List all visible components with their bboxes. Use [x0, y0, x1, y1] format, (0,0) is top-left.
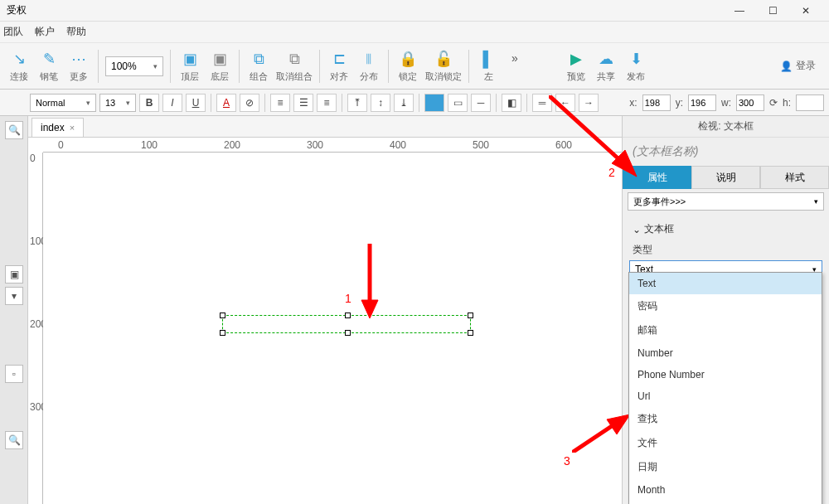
bold-button[interactable]: B: [139, 94, 159, 112]
svg-line-2: [549, 95, 623, 163]
option-month[interactable]: Month: [629, 479, 822, 501]
menu-bar: 团队 帐户 帮助: [0, 22, 829, 43]
align-icon: ⊏: [329, 49, 349, 69]
y-input[interactable]: [688, 94, 716, 111]
h-input[interactable]: [796, 94, 824, 111]
shadow-button[interactable]: ◧: [502, 94, 521, 112]
search-widgets-button[interactable]: 🔍: [5, 431, 23, 449]
option-text[interactable]: Text: [629, 273, 822, 294]
align-right-button[interactable]: ≡: [317, 94, 337, 112]
zoom-select[interactable]: 100%: [105, 56, 163, 76]
bring-front-icon: ▣: [180, 49, 200, 69]
menu-team[interactable]: 团队: [3, 25, 23, 39]
lock-icon: 🔒: [398, 49, 418, 69]
option-password[interactable]: 密码: [629, 294, 822, 318]
tab-style[interactable]: 样式: [760, 166, 829, 189]
tab-index[interactable]: index ×: [32, 118, 84, 137]
italic-button[interactable]: I: [162, 94, 182, 112]
clear-format-button[interactable]: ⊘: [240, 94, 259, 112]
option-number[interactable]: Number: [629, 342, 822, 364]
group-button[interactable]: ⧉组合: [246, 49, 271, 83]
option-file[interactable]: 文件: [629, 431, 822, 455]
minimize-button[interactable]: —: [723, 0, 756, 22]
option-phone[interactable]: Phone Number: [629, 364, 822, 385]
lock-button[interactable]: 🔒锁定: [395, 49, 420, 83]
valign-bot-button[interactable]: ⤓: [394, 94, 414, 112]
distribute-button[interactable]: ⦀分布: [356, 49, 381, 83]
selected-widget[interactable]: [222, 315, 471, 333]
option-date[interactable]: 日期: [629, 455, 822, 479]
text-color-button[interactable]: A: [216, 94, 236, 112]
left-icon: ▌: [478, 49, 498, 69]
group-icon: ⧉: [249, 49, 269, 69]
close-tab-icon[interactable]: ×: [70, 123, 75, 133]
cloud-icon: ☁: [596, 49, 616, 69]
menu-help[interactable]: 帮助: [66, 25, 86, 39]
back-button[interactable]: ▣底层: [207, 49, 232, 83]
connect-icon: ↘: [9, 49, 29, 69]
menu-account[interactable]: 帐户: [35, 25, 55, 39]
coordinates: x: y: w: ⟳ h:: [629, 94, 824, 111]
user-icon: 👤: [780, 61, 793, 72]
more-events-select[interactable]: 更多事件>>>: [628, 192, 824, 211]
annotation-number-1: 1: [345, 292, 351, 305]
inspector-tabs: 属性 说明 样式: [623, 166, 829, 189]
rotate-icon: ⟳: [769, 97, 778, 109]
unlock-button[interactable]: 🔓取消锁定: [425, 49, 462, 83]
canvas[interactable]: 1: [43, 153, 622, 504]
section-textfield[interactable]: 文本框: [623, 214, 829, 240]
fill-button[interactable]: [424, 94, 444, 112]
maximize-button[interactable]: ☐: [756, 0, 789, 22]
unlock-icon: 🔓: [434, 49, 453, 69]
title-bar: 受权 — ☐ ✕: [0, 0, 829, 22]
border-button[interactable]: ▭: [448, 94, 468, 112]
login-button[interactable]: 👤 登录: [773, 56, 822, 76]
svg-marker-5: [607, 414, 630, 434]
x-input[interactable]: [642, 94, 671, 111]
option-email[interactable]: 邮箱: [629, 318, 822, 342]
panel-collapse-1[interactable]: ▣: [5, 265, 23, 284]
search-pages-button[interactable]: 🔍: [5, 121, 23, 139]
annotation-arrow-3: [572, 414, 630, 453]
align-left-button[interactable]: ≡: [270, 94, 290, 112]
window-title: 受权: [7, 3, 723, 17]
valign-mid-button[interactable]: ↕: [371, 94, 390, 112]
tab-description[interactable]: 说明: [691, 166, 760, 189]
w-input[interactable]: [736, 94, 764, 111]
publish-button[interactable]: ⬇发布: [623, 49, 648, 83]
preview-button[interactable]: ▶预览: [564, 49, 589, 83]
option-time[interactable]: Time: [629, 501, 822, 504]
font-select[interactable]: Normal: [30, 94, 96, 112]
connect-button[interactable]: ↘连接: [7, 49, 32, 83]
svg-line-4: [572, 423, 617, 453]
align-center-button[interactable]: ☰: [293, 94, 313, 112]
more-button[interactable]: ⋯更多: [66, 49, 91, 83]
align-button[interactable]: ⊏对齐: [327, 49, 351, 83]
ungroup-button[interactable]: ⧉取消组合: [276, 49, 313, 83]
annotation-arrow-1: [358, 244, 381, 318]
toolbar-overflow[interactable]: »: [506, 49, 524, 67]
line-style-button[interactable]: ─: [471, 94, 491, 112]
size-select[interactable]: 13: [99, 94, 136, 112]
pen-button[interactable]: ✎钢笔: [36, 49, 61, 83]
left-align-button[interactable]: ▌左: [476, 49, 501, 83]
option-url[interactable]: Url: [629, 385, 822, 407]
pen-icon: ✎: [39, 49, 59, 69]
type-label: 类型: [623, 240, 829, 259]
y-label: y:: [676, 97, 683, 109]
close-button[interactable]: ✕: [789, 0, 822, 22]
front-button[interactable]: ▣顶层: [177, 49, 202, 83]
option-search[interactable]: 查找: [629, 407, 822, 431]
panel-collapse-2[interactable]: ▾: [5, 287, 23, 305]
svg-marker-1: [361, 300, 378, 318]
left-panel-strip: 🔍 ▣ ▾ ▫ 🔍: [0, 116, 28, 504]
share-button[interactable]: ☁共享: [594, 49, 618, 83]
canvas-area: index × 0 100 200 300 400 500 600 0 100 …: [28, 116, 622, 504]
main-toolbar: ↘连接 ✎钢笔 ⋯更多 100% ▣顶层 ▣底层 ⧉组合 ⧉取消组合 ⊏对齐 ⦀…: [0, 43, 829, 90]
panel-collapse-3[interactable]: ▫: [5, 365, 23, 383]
type-dropdown: Text 密码 邮箱 Number Phone Number Url 查找 文件…: [628, 272, 822, 504]
format-bar: Normal 13 B I U A ⊘ ≡ ☰ ≡ ⤒ ↕ ⤓ ▭ ─ ◧ ═ …: [0, 90, 829, 116]
valign-top-button[interactable]: ⤒: [347, 94, 367, 112]
underline-button[interactable]: U: [186, 94, 206, 112]
widget-name-field[interactable]: (文本框名称): [623, 138, 829, 166]
